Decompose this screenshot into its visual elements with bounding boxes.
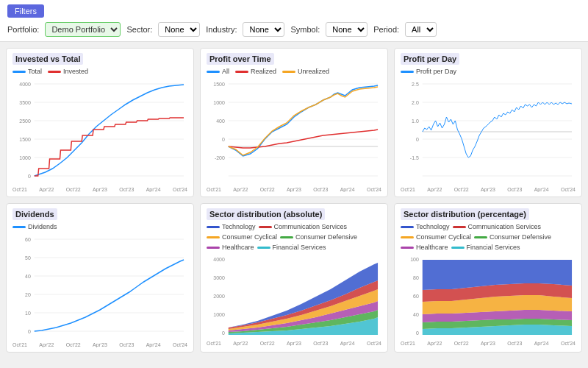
- legend-cyc-pct: Consumer Cyclical: [401, 233, 471, 241]
- legend-def: Consumer Defensive: [280, 233, 357, 241]
- svg-text:50: 50: [25, 255, 31, 261]
- svg-text:3500: 3500: [19, 100, 31, 105]
- sector-pct-card: Sector distribution (percentage) Technol…: [394, 203, 582, 353]
- svg-text:-1.5: -1.5: [410, 155, 419, 160]
- period-select[interactable]: All: [405, 22, 437, 37]
- invested-vs-total-card: Invested vs Total Total Invested 4000 35…: [6, 48, 194, 197]
- svg-text:1000: 1000: [213, 312, 225, 317]
- dividends-card: Dividends Dividends 60 50 40 20 10 0: [6, 203, 194, 353]
- x-labels-ppd: Oct'21Apr'22Oct'22Apr'23Oct'23Apr'24Oct'…: [401, 187, 576, 192]
- legend-cyc: Consumer Cyclical: [207, 233, 277, 241]
- profit-over-time-card: Profit over Time All Realized Unrealized: [200, 48, 388, 197]
- x-labels-invested: Oct'21Apr'22Oct'22Apr'23Oct'23Apr'24Oct'…: [12, 187, 187, 192]
- chart-title-div: Dividends: [12, 208, 57, 220]
- legend-fin: Financial Services: [257, 244, 326, 251]
- svg-text:80: 80: [413, 275, 419, 280]
- x-labels-sec-abs: Oct'21Apr'22Oct'22Apr'23Oct'23Apr'24Oct'…: [207, 341, 381, 346]
- legend-unrealized: Unrealized: [282, 68, 329, 75]
- svg-text:10: 10: [25, 311, 31, 316]
- legend-all: All: [207, 68, 229, 75]
- symbol-label: Symbol:: [290, 25, 320, 34]
- legend-comm-pct: Communication Services: [453, 223, 542, 230]
- industry-select[interactable]: None: [243, 22, 284, 37]
- svg-text:1.0: 1.0: [412, 118, 419, 124]
- chart-sec-abs: 4000 3000 2000 1000 0: [207, 252, 381, 341]
- svg-text:2.5: 2.5: [412, 82, 419, 87]
- legend-invested: Invested: [48, 68, 88, 75]
- legend-ppd: Profit per Day: [401, 68, 576, 75]
- sector-label: Sector:: [126, 25, 152, 34]
- svg-text:4000: 4000: [213, 257, 225, 262]
- chart-title-invested: Invested vs Total: [12, 53, 83, 65]
- svg-text:-200: -200: [215, 155, 225, 160]
- x-labels-sec-pct: Oct'21Apr'22Oct'22Apr'23Oct'23Apr'24Oct'…: [401, 341, 576, 346]
- legend-health: Healthcare: [207, 244, 254, 251]
- svg-text:1500: 1500: [213, 82, 225, 87]
- legend-fin-pct: Financial Services: [451, 244, 520, 251]
- chart-title-ppd: Profit per Day: [401, 53, 459, 65]
- svg-text:0: 0: [222, 330, 225, 336]
- svg-text:0: 0: [28, 174, 31, 179]
- portfolio-label: Portfolio:: [7, 25, 39, 34]
- svg-text:2500: 2500: [19, 118, 31, 124]
- svg-text:60: 60: [25, 237, 31, 242]
- chart-profit: 1500 1000 400 0 -200: [207, 77, 381, 187]
- legend-health-pct: Healthcare: [401, 244, 448, 251]
- period-label: Period:: [373, 25, 399, 34]
- svg-text:100: 100: [410, 257, 419, 262]
- legend-sec-pct: Technology Communication Services Consum…: [401, 223, 576, 251]
- svg-text:2000: 2000: [213, 294, 225, 299]
- svg-text:0: 0: [416, 330, 419, 336]
- legend-profit: All Realized Unrealized: [207, 68, 381, 75]
- svg-text:0: 0: [222, 137, 225, 142]
- legend-ppd-item: Profit per Day: [401, 68, 456, 75]
- chart-ppd: 2.5 2.0 1.0 0 -1.5: [401, 77, 576, 187]
- svg-text:400: 400: [216, 118, 225, 124]
- filters-button[interactable]: Filters: [7, 4, 44, 18]
- chart-dividends: 60 50 40 20 10 0: [12, 232, 187, 342]
- legend-comm: Communication Services: [259, 223, 348, 230]
- svg-text:3000: 3000: [213, 275, 225, 280]
- svg-text:1000: 1000: [213, 100, 225, 105]
- sector-abs-card: Sector distribution (absolute) Technolog…: [200, 203, 388, 353]
- chart-title-sec-pct: Sector distribution (percentage): [401, 208, 529, 220]
- svg-text:1000: 1000: [19, 155, 31, 160]
- svg-text:0: 0: [416, 137, 419, 142]
- svg-text:4000: 4000: [19, 82, 31, 87]
- svg-text:60: 60: [413, 294, 419, 299]
- profit-per-day-card: Profit per Day Profit per Day 2.5 2.0 1.…: [394, 48, 582, 197]
- svg-text:0: 0: [28, 329, 31, 334]
- svg-text:40: 40: [413, 312, 419, 317]
- legend-realized: Realized: [235, 68, 276, 75]
- svg-text:40: 40: [25, 274, 31, 279]
- legend-div: Dividends: [12, 223, 187, 230]
- legend-def-pct: Consumer Defensive: [474, 233, 551, 241]
- filter-row: Portfolio: Demo Portfolio Sector: None I…: [7, 22, 581, 37]
- x-labels-profit: Oct'21Apr'22Oct'22Apr'23Oct'23Apr'24Oct'…: [207, 187, 381, 192]
- svg-text:2.0: 2.0: [412, 100, 419, 105]
- svg-text:1500: 1500: [19, 137, 31, 142]
- legend-sec-abs: Technology Communication Services Consum…: [207, 223, 381, 251]
- chart-invested: 4000 3500 2500 1500 1000 0: [12, 77, 187, 187]
- legend-invested: Total Invested: [12, 68, 187, 75]
- portfolio-select[interactable]: Demo Portfolio: [45, 22, 121, 37]
- legend-tech-pct: Technology: [401, 223, 450, 230]
- top-bar: Filters Portfolio: Demo Portfolio Sector…: [0, 0, 588, 42]
- legend-div-item: Dividends: [12, 223, 57, 230]
- legend-total: Total: [12, 68, 42, 75]
- svg-text:20: 20: [25, 292, 31, 297]
- industry-label: Industry:: [206, 25, 237, 34]
- x-labels-div: Oct'21Apr'22Oct'22Apr'23Oct'23Apr'24Oct'…: [12, 342, 187, 347]
- charts-grid: Invested vs Total Total Invested 4000 35…: [0, 42, 588, 358]
- legend-tech: Technology: [207, 223, 256, 230]
- chart-sec-pct: 100 80 60 40 0: [401, 252, 576, 341]
- chart-title-sec-abs: Sector distribution (absolute): [207, 208, 325, 220]
- chart-title-profit: Profit over Time: [207, 53, 274, 65]
- sector-select[interactable]: None: [158, 22, 200, 37]
- symbol-select[interactable]: None: [326, 22, 368, 37]
